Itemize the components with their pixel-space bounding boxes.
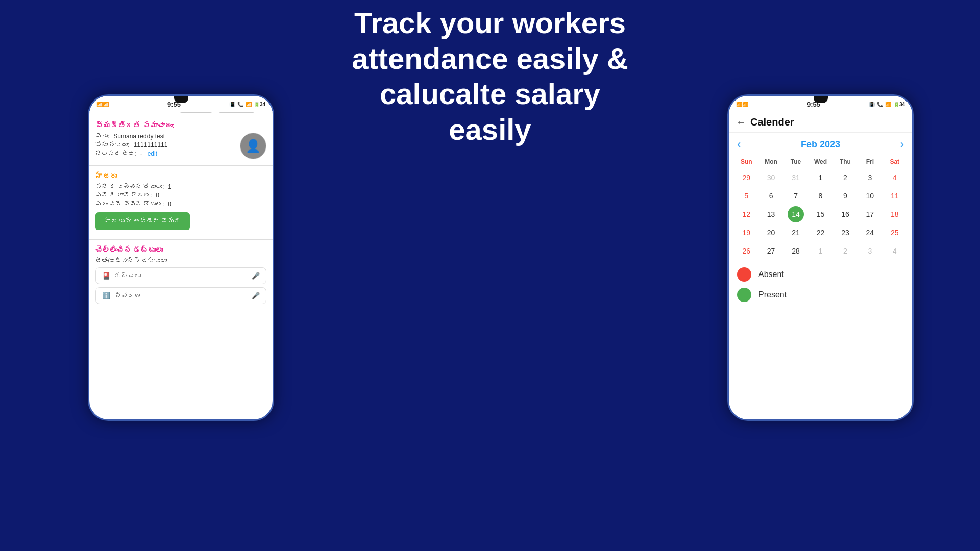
salary-row: నెలసరి జీతం: - edit <box>95 150 167 157</box>
calendar-day[interactable]: 6 <box>763 188 779 204</box>
current-month: Feb 2023 <box>801 139 840 150</box>
calendar-day[interactable]: 10 <box>862 188 878 204</box>
payment-label-row: జీతం/అడ్వాన్స్ డబ్బులు <box>95 257 266 264</box>
work-days-value: 1 <box>168 183 172 190</box>
calendar-day[interactable]: 11 <box>887 188 903 204</box>
calendar-day[interactable]: 21 <box>788 224 804 241</box>
calendar-day[interactable]: 22 <box>812 224 828 241</box>
status-icons: 📳 📞 📶 🔋34 <box>229 102 265 107</box>
right-signal-icon: 📶📶 <box>736 102 748 107</box>
attendance-section: హజరు పని కి వచ్చిన రోజులు: 1 పని కి రాని… <box>89 168 273 237</box>
update-attendance-button[interactable]: హజరును అప్డేట్ చేయండి <box>95 212 190 230</box>
heading-line2: attendance easily & <box>352 42 628 75</box>
weekday-headers: Sun Mon Tue Wed Thu Fri Sat <box>734 156 907 167</box>
calendar-day[interactable]: 13 <box>763 206 779 222</box>
payment-placeholder: డబ్బులు <box>114 272 252 280</box>
calendar-day[interactable]: 14 <box>788 206 804 222</box>
calendar-day[interactable]: 27 <box>763 243 779 259</box>
avatar: 👤 <box>240 133 266 159</box>
calendar-day[interactable]: 2 <box>837 243 853 259</box>
notch <box>174 96 188 103</box>
name-value: Sumana reddy test <box>113 133 165 140</box>
present-label: Present <box>758 290 787 299</box>
calendar-day[interactable]: 1 <box>812 169 828 186</box>
calendar-day[interactable]: 19 <box>738 224 754 241</box>
payment-icon: 🎴 <box>102 272 110 280</box>
calendar-day[interactable]: 1 <box>812 243 828 259</box>
legend-absent: Absent <box>737 267 904 282</box>
calendar-day[interactable]: 7 <box>788 188 804 204</box>
mic-icon-2[interactable]: 🎤 <box>252 292 260 299</box>
phone-value: 1111111111 <box>134 141 168 148</box>
legend: Absent Present <box>729 259 912 306</box>
next-month-button[interactable]: › <box>900 138 904 151</box>
signal-icon: 📶📶 <box>96 102 109 107</box>
month-navigation: ‹ Feb 2023 › <box>729 133 912 156</box>
right-vibrate-icon: 📳 <box>869 102 875 107</box>
legend-present: Present <box>737 288 904 302</box>
calendar-day[interactable]: 16 <box>837 206 853 222</box>
calendar-day[interactable]: 2 <box>837 169 853 186</box>
info-icon: ℹ️ <box>102 292 110 299</box>
prev-month-button[interactable]: ‹ <box>737 138 741 151</box>
calendar-day[interactable]: 31 <box>788 169 804 186</box>
calendar-day[interactable]: 5 <box>738 188 754 204</box>
half-days-value: 0 <box>168 201 172 208</box>
half-days-row: సగం పని చేసిన రోజులు: 0 <box>95 201 266 208</box>
weekday-mon: Mon <box>758 156 783 167</box>
heading-line1: Track your workers <box>354 6 626 39</box>
calendar-day[interactable]: 23 <box>837 224 853 241</box>
calendar-day[interactable]: 8 <box>812 188 828 204</box>
half-days-label: సగం పని చేసిన రోజులు: <box>95 201 164 208</box>
divider1 <box>89 165 273 166</box>
details-placeholder: వివరణ <box>114 292 252 299</box>
edit-link[interactable]: edit <box>148 150 157 157</box>
name-label: పేరు: <box>95 133 109 140</box>
calendar-day[interactable]: 15 <box>812 206 828 222</box>
battery-icon: 🔋34 <box>254 102 265 107</box>
name-row: పేరు: Sumana reddy test <box>95 133 167 140</box>
payment-label: జీతం/అడ్వాన్స్ డబ్బులు <box>95 257 167 264</box>
right-status-icons: 📳 📞 📶 🔋34 <box>869 102 905 107</box>
calendar-day[interactable]: 26 <box>738 243 754 259</box>
mic-icon[interactable]: 🎤 <box>252 272 260 280</box>
absent-days-label: పని కి రాని రోజులు: <box>95 192 152 199</box>
calendar-day[interactable]: 20 <box>763 224 779 241</box>
calendar-header: ← Calender <box>729 112 912 133</box>
personal-section: వ్యక్తిగత సమాచారం: పేరు: Sumana reddy te… <box>89 117 273 163</box>
calendar-days: 2930311234567891011121314151617181920212… <box>734 169 907 259</box>
phone-label: ఫోను నంబరు: <box>95 141 130 148</box>
salary-value: - <box>140 150 142 157</box>
calendar-day[interactable]: 12 <box>738 206 754 222</box>
vibrate-icon: 📳 <box>229 102 235 107</box>
present-dot <box>737 288 751 302</box>
personal-title: వ్యక్తిగత సమాచారం: <box>95 121 266 130</box>
payment-input[interactable]: 🎴 డబ్బులు 🎤 <box>95 267 266 284</box>
page-heading: Track your workers attendance easily & c… <box>311 0 669 147</box>
weekday-fri: Fri <box>857 156 882 167</box>
calendar-day[interactable]: 29 <box>738 169 754 186</box>
calendar-day[interactable]: 25 <box>887 224 903 241</box>
calendar-day[interactable]: 30 <box>763 169 779 186</box>
calendar-day[interactable]: 3 <box>862 243 878 259</box>
calendar-day[interactable]: 17 <box>862 206 878 222</box>
details-input[interactable]: ℹ️ వివరణ 🎤 <box>95 287 266 304</box>
calendar-day[interactable]: 3 <box>862 169 878 186</box>
calendar-day[interactable]: 9 <box>837 188 853 204</box>
back-button[interactable]: ← <box>736 116 746 128</box>
calendar-day[interactable]: 4 <box>887 243 903 259</box>
heading-line3: calucalte salary <box>380 77 600 110</box>
right-phone: 📶📶 9:55 📳 📞 📶 🔋34 ← Calender ‹ Feb 2023 … <box>727 94 914 421</box>
weekday-sun: Sun <box>734 156 758 167</box>
payment-section: చెల్లించిన డబ్బులు జీతం/అడ్వాన్స్ డబ్బుల… <box>89 242 273 311</box>
heading-line4: easily <box>449 113 531 146</box>
payment-title: చెల్లించిన డబ్బులు <box>95 246 266 254</box>
calendar-day[interactable]: 4 <box>887 169 903 186</box>
right-wifi-icon: 📶 <box>885 102 891 107</box>
right-notch <box>814 96 828 103</box>
calendar-title: Calender <box>750 116 794 128</box>
calendar-day[interactable]: 28 <box>788 243 804 259</box>
calendar-day[interactable]: 18 <box>887 206 903 222</box>
absent-dot <box>737 267 751 282</box>
calendar-day[interactable]: 24 <box>862 224 878 241</box>
